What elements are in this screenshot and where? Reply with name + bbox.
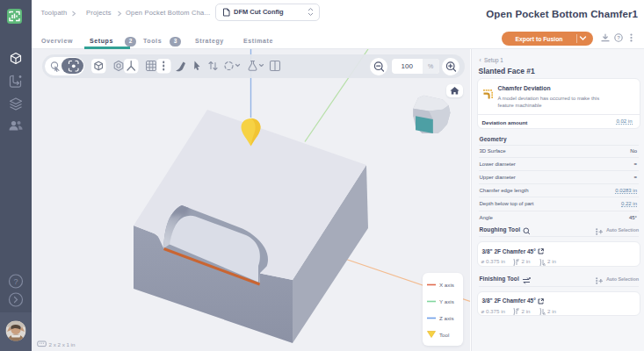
- svg-text:?: ?: [617, 35, 620, 40]
- svg-text:?: ?: [13, 277, 18, 286]
